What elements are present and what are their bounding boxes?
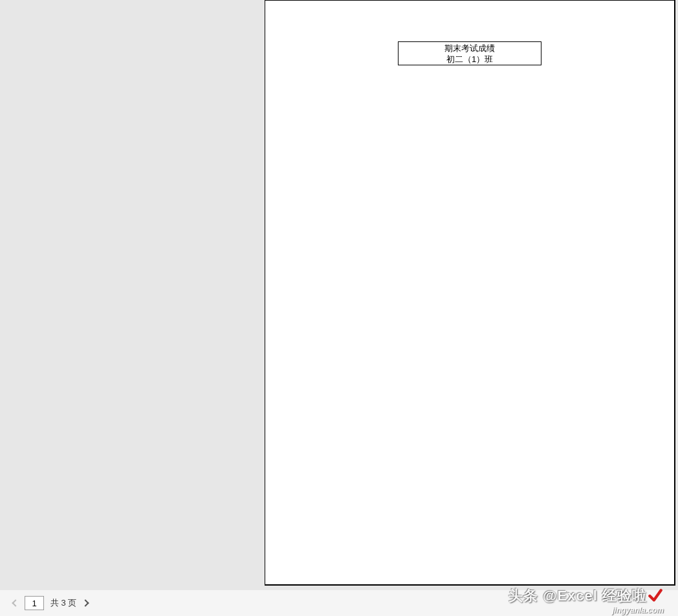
page-number-input[interactable] (25, 596, 44, 610)
title-line-2: 初二（1）班 (446, 54, 493, 65)
prev-page-icon[interactable] (12, 599, 19, 606)
print-preview-area: 期末考试成绩 初二（1）班 (0, 0, 678, 590)
title-line-1: 期末考试成绩 (444, 43, 495, 54)
page-total-label: 共 3 页 (50, 597, 76, 609)
pager-bar: 共 3 页 (0, 590, 678, 616)
next-page-icon[interactable] (82, 599, 89, 606)
document-title-box: 期末考试成绩 初二（1）班 (398, 41, 541, 65)
document-page: 期末考试成绩 初二（1）班 (265, 0, 675, 586)
